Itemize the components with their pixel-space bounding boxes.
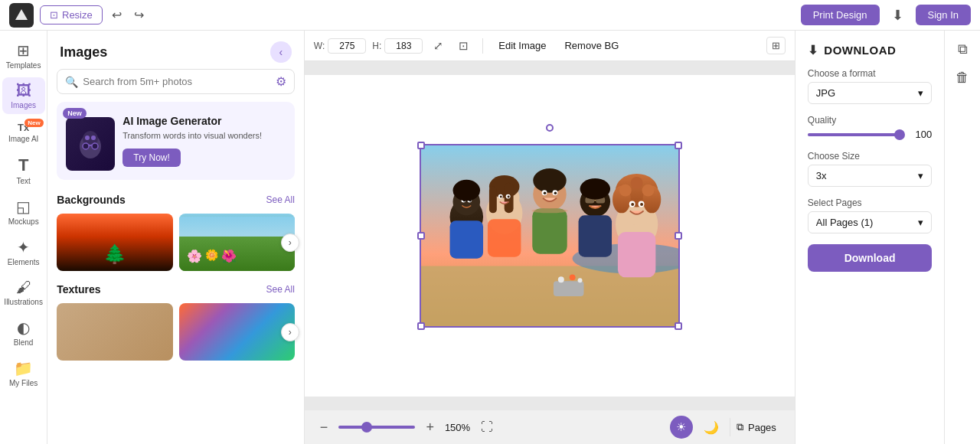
handle-middle-left[interactable] [417, 232, 425, 240]
resize-button[interactable]: ⊡ Resize [40, 5, 103, 24]
selected-image[interactable] [420, 144, 680, 328]
backgrounds-next-button[interactable]: › [281, 233, 299, 252]
sidebar-item-text[interactable]: T Text [2, 151, 45, 190]
svg-point-53 [640, 203, 643, 206]
textures-title: Textures [57, 283, 100, 295]
texture-kraft[interactable] [57, 303, 172, 361]
topbar: ⊡ Resize ↩ ↪ Print Design ⬇ Sign In [0, 0, 980, 31]
background-sunset[interactable]: 🌲 [57, 214, 172, 271]
pages-label: Pages [748, 422, 776, 433]
zoom-fit-button[interactable]: ⛶ [478, 419, 496, 436]
sidebar-item-mockups[interactable]: ◱ Mockups [2, 193, 45, 230]
pages-button[interactable]: ⧉ Pages [730, 418, 782, 436]
svg-point-57 [558, 276, 564, 282]
zoom-minus-button[interactable]: − [317, 418, 332, 437]
right-actions: ⧉ 🗑 [944, 31, 980, 444]
download-panel: ⬇ DOWNLOAD Choose a format JPG ▾ Quality… [795, 31, 944, 444]
texture-colorful[interactable] [179, 303, 295, 361]
download-button[interactable]: Download [808, 244, 932, 272]
pages-select-value: All Pages (1) [816, 217, 873, 228]
sidebar-item-image-ai[interactable]: New Tx Image AI [2, 117, 45, 148]
templates-icon: ⊞ [17, 41, 30, 60]
light-theme-button[interactable]: ☀ [670, 416, 693, 439]
svg-point-59 [577, 278, 582, 282]
svg-point-52 [631, 203, 634, 206]
size-select[interactable]: 3x ▾ [808, 165, 932, 187]
remove-bg-button[interactable]: Remove BG [558, 38, 625, 54]
handle-bottom-right[interactable] [675, 322, 682, 330]
sidebar-item-elements[interactable]: ✦ Elements [2, 233, 45, 271]
width-input[interactable] [328, 38, 366, 54]
delete-button[interactable]: 🗑 [951, 65, 974, 90]
pages-select-label: Select Pages [808, 198, 932, 208]
sidebar-item-images[interactable]: 🖼 Images [2, 77, 45, 114]
ai-card-content: AI Image Generator Transform words into … [122, 115, 286, 166]
quality-slider-thumb[interactable] [894, 129, 905, 140]
images-panel: Images ‹ 🔍 ⚙ New A [47, 31, 305, 444]
svg-point-32 [544, 191, 547, 194]
expand-icon-button[interactable]: ⤢ [429, 37, 448, 55]
rotate-handle[interactable] [546, 124, 554, 132]
backgrounds-grid: 🌲 🌸🌼🌺 › [57, 214, 295, 271]
svg-rect-34 [532, 208, 567, 253]
main-area: ⊞ Templates 🖼 Images New Tx Image AI T T… [0, 31, 980, 444]
mockups-icon: ◱ [16, 198, 31, 216]
format-value: JPG [816, 87, 835, 99]
zoom-slider-thumb[interactable] [361, 422, 372, 433]
grid-view-button[interactable]: ⊞ [766, 37, 786, 54]
quality-label: Quality [808, 115, 932, 126]
canvas-area: W: H: ⤢ ⊡ Edit Image Remove BG ⊞ [305, 31, 795, 444]
sidebar: ⊞ Templates 🖼 Images New Tx Image AI T T… [0, 31, 47, 444]
height-input[interactable] [384, 38, 423, 54]
panel-header: Images ‹ [47, 31, 304, 69]
handle-top-right[interactable] [675, 142, 682, 149]
signin-button[interactable]: Sign In [916, 5, 971, 25]
sidebar-item-illustrations[interactable]: 🖌 Illustrations [2, 274, 45, 311]
canvas-white-bg[interactable] [305, 75, 795, 397]
svg-point-58 [570, 274, 576, 280]
illustrations-icon: 🖌 [16, 279, 31, 296]
svg-point-33 [554, 191, 557, 194]
format-select[interactable]: JPG ▾ [808, 82, 932, 104]
sidebar-item-blend[interactable]: ◐ Blend [2, 314, 45, 351]
zoom-plus-button[interactable]: + [423, 418, 437, 437]
crop-icon-button[interactable]: ⊡ [454, 37, 473, 55]
sidebar-item-templates[interactable]: ⊞ Templates [2, 37, 45, 74]
quality-value: 100 [910, 129, 932, 140]
backgrounds-title: Backgrounds [57, 194, 125, 206]
resize-icon: ⊡ [50, 9, 58, 21]
undo-button[interactable]: ↩ [109, 5, 125, 25]
textures-see-all-button[interactable]: See All [266, 284, 295, 295]
try-now-button[interactable]: Try Now! [122, 149, 181, 167]
zoom-value: 150% [445, 422, 470, 433]
new-badge: New [63, 108, 87, 119]
width-input-group: W: [314, 38, 366, 54]
print-design-button[interactable]: Print Design [801, 5, 880, 25]
zoom-slider[interactable] [338, 426, 415, 429]
size-dropdown-icon: ▾ [918, 170, 923, 181]
download-icon-button[interactable]: ⬇ [886, 4, 910, 27]
svg-point-5 [83, 143, 89, 149]
dark-theme-button[interactable]: 🌙 [701, 417, 722, 438]
height-input-group: H: [372, 38, 423, 54]
textures-next-button[interactable]: › [281, 323, 299, 341]
sidebar-item-my-files[interactable]: 📁 My Files [2, 354, 45, 392]
quality-slider-fill [808, 133, 904, 136]
my-files-icon: 📁 [14, 359, 33, 377]
pages-select[interactable]: All Pages (1) ▾ [808, 211, 932, 233]
handle-bottom-left[interactable] [417, 322, 425, 330]
copy-button[interactable]: ⧉ [953, 37, 972, 62]
search-input[interactable] [83, 76, 271, 87]
backgrounds-see-all-button[interactable]: See All [266, 194, 295, 205]
panel-collapse-button[interactable]: ‹ [270, 41, 292, 63]
canvas-footer: − + 150% ⛶ ☀ 🌙 ⧉ Pages [305, 410, 795, 444]
size-value: 3x [816, 170, 827, 181]
filter-button[interactable]: ⚙ [276, 74, 286, 89]
quality-slider-track[interactable] [808, 133, 904, 136]
background-field[interactable]: 🌸🌼🌺 [179, 214, 295, 271]
handle-middle-right[interactable] [675, 232, 682, 240]
redo-button[interactable]: ↪ [131, 5, 147, 25]
canvas-frame [305, 75, 795, 397]
handle-top-left[interactable] [417, 142, 425, 149]
edit-image-button[interactable]: Edit Image [492, 38, 552, 54]
